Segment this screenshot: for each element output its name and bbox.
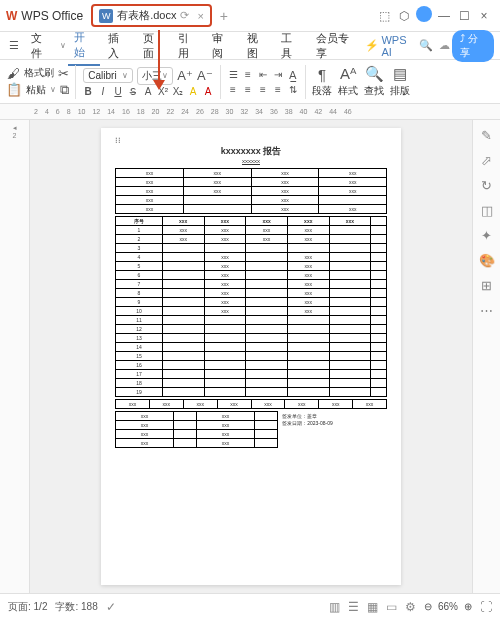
- tab-reference[interactable]: 引用: [172, 27, 205, 65]
- divider: [75, 65, 76, 99]
- tab-insert[interactable]: 插入: [102, 27, 135, 65]
- vertical-ruler[interactable]: ◂2: [0, 120, 30, 593]
- cursor-icon[interactable]: ⬀: [481, 153, 492, 168]
- font-color-icon[interactable]: A: [202, 86, 214, 97]
- format-group: 🖌格式刷 ✂ 📋粘贴∨ ⧉: [6, 66, 69, 98]
- align-right-icon[interactable]: ≡: [257, 84, 269, 95]
- bottom-grid-table: xxxxxxxxxxxxxxxxxxxxxxxx: [115, 411, 278, 448]
- indent-left-icon[interactable]: ⇤: [257, 69, 269, 82]
- signature-box: 签发单位：盖章 签发日期：2023-08-09: [282, 413, 333, 448]
- decrease-font-icon[interactable]: A⁻: [197, 68, 213, 83]
- wps-ai-button[interactable]: ⚡WPS AI: [365, 34, 416, 58]
- tab-review[interactable]: 审阅: [206, 27, 239, 65]
- subscript-icon[interactable]: X₂: [172, 86, 184, 97]
- paragraph-icon: ¶: [318, 66, 326, 83]
- doc-subtitle: xxxxxx: [115, 158, 387, 164]
- star-icon[interactable]: ✦: [481, 228, 492, 243]
- search-icon[interactable]: 🔍: [418, 39, 435, 52]
- info-table: xxxxxxxxxxxxxxxxxxxxxxxxxxxxxxxxxxxxxxxx…: [115, 168, 387, 214]
- doc-type-icon: W: [99, 9, 113, 23]
- tab-vip[interactable]: 会员专享: [310, 27, 363, 65]
- document-canvas[interactable]: ⁝⁝ kxxxxxxx 报告 xxxxxx xxxxxxxxxxxxxxxxxx…: [30, 120, 472, 593]
- format-brush-icon[interactable]: 🖌: [7, 66, 20, 81]
- copy-icon[interactable]: ⧉: [60, 82, 69, 98]
- zoom-value: 66%: [438, 601, 458, 612]
- paragraph-group: ☰ ≡ ⇤ ⇥ A̲ ≡ ≡ ≡ ≡ ⇅: [227, 69, 299, 95]
- bold-icon[interactable]: B: [82, 86, 94, 97]
- maximize-icon[interactable]: ☐: [454, 9, 474, 23]
- view-read-icon[interactable]: ▭: [386, 600, 397, 614]
- bullets-icon[interactable]: ☰: [227, 69, 239, 82]
- grid-icon[interactable]: ⊞: [481, 278, 492, 293]
- loop-icon[interactable]: ↻: [481, 178, 492, 193]
- style-button[interactable]: Aᴬ样式: [338, 65, 358, 98]
- zoom-control[interactable]: ⊖ 66% ⊕: [424, 601, 472, 612]
- italic-icon[interactable]: I: [97, 86, 109, 97]
- divider: [220, 65, 221, 99]
- share-button[interactable]: ⤴ 分享: [452, 30, 494, 62]
- bottom-row-table: xxxxxxxxxxxxxxxxxxxxxxxx: [115, 399, 387, 409]
- app-logo-icon: W: [6, 9, 17, 23]
- ai-icon: ⚡: [365, 39, 379, 52]
- page: ⁝⁝ kxxxxxxx 报告 xxxxxx xxxxxxxxxxxxxxxxxx…: [101, 128, 401, 585]
- paste-chevron-icon[interactable]: ∨: [50, 85, 56, 94]
- palette-icon[interactable]: 🎨: [479, 253, 495, 268]
- sequence-table: 序号xxxxxxxxxxxxxxx1xxxxxxxxxxxx2xxxxxxxxx…: [115, 216, 387, 397]
- justify-icon[interactable]: ≡: [272, 84, 284, 95]
- view-web-icon[interactable]: ▦: [367, 600, 378, 614]
- view-print-icon[interactable]: ▥: [329, 600, 340, 614]
- underline-icon[interactable]: U: [112, 86, 124, 97]
- find-button[interactable]: 🔍查找: [364, 65, 384, 98]
- cut-icon[interactable]: ✂: [58, 66, 69, 81]
- tab-close-icon[interactable]: ×: [197, 10, 203, 22]
- strike-icon[interactable]: S̶: [127, 86, 139, 97]
- menu-icon[interactable]: ☰: [6, 39, 23, 52]
- more-icon[interactable]: ⋯: [480, 303, 493, 318]
- font-select[interactable]: Calibri∨: [83, 68, 133, 83]
- file-menu[interactable]: 文件: [25, 27, 58, 65]
- annotation-arrow-head: [153, 80, 165, 90]
- horizontal-ruler[interactable]: 2468101214161820222426283032343638404244…: [0, 104, 500, 120]
- zoom-in-icon[interactable]: ⊕: [464, 601, 472, 612]
- case-icon[interactable]: A̲: [287, 69, 299, 82]
- layout-button[interactable]: ▤排版: [390, 65, 410, 98]
- spellcheck-icon[interactable]: ✓: [106, 600, 116, 614]
- avatar-icon[interactable]: [414, 6, 434, 25]
- paste-icon[interactable]: 📋: [6, 82, 22, 97]
- fullscreen-icon[interactable]: ⛶: [480, 600, 492, 614]
- zoom-out-icon[interactable]: ⊖: [424, 601, 432, 612]
- paragraph-button[interactable]: ¶段落: [312, 66, 332, 98]
- clip-icon[interactable]: ◫: [481, 203, 493, 218]
- cube-icon[interactable]: ⬚: [374, 9, 394, 23]
- align-center-icon[interactable]: ≡: [242, 84, 254, 95]
- document-tab[interactable]: W 有表格.docx ⟳ ×: [91, 4, 212, 27]
- tab-page[interactable]: 页面: [137, 27, 170, 65]
- tab-modified-icon: ⟳: [180, 9, 189, 22]
- layout-icon: ▤: [393, 65, 407, 83]
- minimize-icon[interactable]: —: [434, 9, 454, 23]
- new-tab-button[interactable]: +: [220, 8, 228, 24]
- file-chevron-icon: ∨: [60, 41, 66, 50]
- increase-font-icon[interactable]: A⁺: [177, 68, 193, 83]
- numbering-icon[interactable]: ≡: [242, 69, 254, 82]
- indent-right-icon[interactable]: ⇥: [272, 69, 284, 82]
- chevron-down-icon: ∨: [162, 71, 168, 80]
- line-spacing-icon[interactable]: ⇅: [287, 84, 299, 95]
- chevron-down-icon: ∨: [122, 71, 128, 80]
- align-left-icon[interactable]: ≡: [227, 84, 239, 95]
- settings-icon[interactable]: ⚙: [405, 600, 416, 614]
- cloud-icon[interactable]: ☁: [439, 39, 450, 52]
- word-count[interactable]: 字数: 188: [55, 600, 97, 614]
- doc-title: kxxxxxxx 报告: [115, 145, 387, 158]
- tab-title: 有表格.docx: [117, 8, 176, 23]
- page-indicator[interactable]: 页面: 1/2: [8, 600, 47, 614]
- tab-tools[interactable]: 工具: [275, 27, 308, 65]
- find-icon: 🔍: [365, 65, 384, 83]
- tab-home[interactable]: 开始: [68, 26, 101, 66]
- view-outline-icon[interactable]: ☰: [348, 600, 359, 614]
- tab-view[interactable]: 视图: [241, 27, 274, 65]
- pencil-icon[interactable]: ✎: [481, 128, 492, 143]
- hex-icon[interactable]: ⬡: [394, 9, 414, 23]
- close-icon[interactable]: ×: [474, 9, 494, 23]
- highlight-icon[interactable]: A: [187, 86, 199, 97]
